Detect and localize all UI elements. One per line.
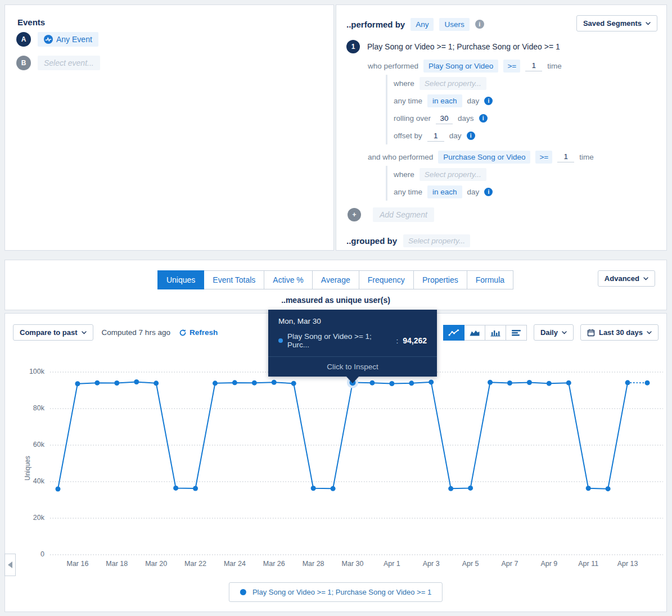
x-tick-label: Mar 20 bbox=[137, 560, 176, 568]
horizontal-bar-chart-button[interactable] bbox=[506, 325, 527, 341]
where-label-1: where bbox=[394, 79, 414, 88]
segments-panel: ..performed by Any Users i Saved Segment… bbox=[336, 4, 667, 251]
data-point[interactable] bbox=[429, 379, 434, 384]
tab-active[interactable]: Active % bbox=[264, 270, 312, 289]
x-tick-label: Mar 26 bbox=[254, 560, 294, 568]
who-performed-row: who performed Play Song or Video >= 1 ti… bbox=[368, 58, 656, 74]
panel-collapse-handle[interactable] bbox=[4, 554, 16, 576]
data-point[interactable] bbox=[134, 379, 139, 384]
chart-legend[interactable]: Play Song or Video >= 1; Purchase Song o… bbox=[229, 582, 443, 602]
data-point[interactable] bbox=[625, 380, 630, 385]
x-tick-label: Mar 28 bbox=[294, 560, 333, 568]
granularity-button[interactable]: Daily bbox=[534, 324, 574, 341]
any-time-info-icon-1[interactable]: i bbox=[484, 97, 493, 105]
data-point[interactable] bbox=[369, 381, 375, 386]
data-point[interactable] bbox=[566, 381, 571, 386]
refresh-button[interactable]: Refresh bbox=[179, 328, 218, 337]
area-chart-button[interactable] bbox=[464, 325, 485, 341]
data-point[interactable] bbox=[586, 486, 591, 491]
any-time-label-1: any time bbox=[394, 97, 422, 105]
who-performed-count-input[interactable]: 1 bbox=[525, 60, 542, 71]
event-selector-b[interactable]: Select event... bbox=[38, 56, 100, 70]
and-who-performed-count-input[interactable]: 1 bbox=[557, 151, 574, 162]
segment-users-selector[interactable]: Users bbox=[439, 18, 469, 31]
in-each-selector-1[interactable]: in each bbox=[427, 94, 462, 107]
line-chart-button[interactable] bbox=[443, 325, 464, 341]
data-point[interactable] bbox=[114, 381, 119, 386]
tab-uniques[interactable]: Uniques bbox=[157, 270, 204, 289]
bar-chart-button[interactable] bbox=[485, 325, 506, 341]
grouped-by-property-selector[interactable]: Select property... bbox=[403, 234, 470, 247]
tab-frequency[interactable]: Frequency bbox=[359, 270, 414, 289]
advanced-button[interactable]: Advanced bbox=[598, 270, 655, 287]
x-tick-label: Mar 30 bbox=[333, 560, 372, 568]
offset-by-input[interactable]: 1 bbox=[427, 130, 444, 142]
data-point[interactable] bbox=[311, 486, 316, 491]
granularity-label: Daily bbox=[540, 328, 558, 337]
chevron-down-icon bbox=[82, 331, 87, 334]
data-point[interactable] bbox=[547, 381, 552, 386]
chevron-left-icon bbox=[8, 561, 12, 568]
rolling-over-input[interactable]: 30 bbox=[436, 113, 453, 124]
where-property-selector-2[interactable]: Select property... bbox=[420, 168, 486, 181]
users-info-icon[interactable]: i bbox=[475, 20, 484, 29]
data-point[interactable] bbox=[409, 381, 414, 386]
data-point[interactable] bbox=[94, 381, 100, 386]
any-event-icon bbox=[44, 35, 53, 44]
offset-by-info-icon[interactable]: i bbox=[467, 132, 475, 140]
day-label-2: day bbox=[467, 188, 480, 196]
event-selector-a[interactable]: Any Event bbox=[38, 32, 98, 47]
data-point[interactable] bbox=[154, 381, 159, 386]
add-segment-plus-icon[interactable]: + bbox=[348, 208, 361, 221]
data-point[interactable] bbox=[75, 381, 80, 386]
data-point[interactable] bbox=[527, 380, 532, 385]
event-a-label: Any Event bbox=[56, 35, 92, 44]
offset-by-row: offset by 1 day i bbox=[394, 127, 656, 144]
add-segment-button[interactable]: Add Segment bbox=[373, 207, 434, 222]
any-time-info-icon-2[interactable]: i bbox=[484, 188, 493, 196]
segment-title-row: 1 Play Song or Video >= 1; Purchase Song… bbox=[346, 40, 656, 53]
and-who-performed-operator-chip[interactable]: >= bbox=[535, 151, 552, 164]
and-who-performed-suffix: time bbox=[579, 153, 594, 161]
data-point[interactable] bbox=[448, 486, 453, 491]
tab-properties[interactable]: Properties bbox=[413, 270, 467, 289]
chevron-down-icon bbox=[646, 22, 651, 25]
compare-to-past-button[interactable]: Compare to past bbox=[13, 324, 93, 341]
where-property-selector-1[interactable]: Select property... bbox=[420, 77, 486, 90]
data-point[interactable] bbox=[252, 381, 257, 386]
line-chart-icon bbox=[448, 329, 459, 337]
segment-title: Play Song or Video >= 1; Purchase Song o… bbox=[367, 42, 560, 51]
data-point[interactable] bbox=[606, 486, 611, 491]
data-point[interactable] bbox=[389, 381, 394, 386]
tab-event-totals[interactable]: Event Totals bbox=[204, 270, 264, 289]
data-point[interactable] bbox=[645, 381, 650, 386]
segment-any-selector[interactable]: Any bbox=[411, 18, 434, 31]
rolling-over-info-icon[interactable]: i bbox=[479, 114, 488, 123]
tab-formula[interactable]: Formula bbox=[467, 270, 513, 289]
who-performed-operator-chip[interactable]: >= bbox=[503, 60, 520, 73]
date-range-button[interactable]: Last 30 days bbox=[580, 324, 659, 341]
data-point[interactable] bbox=[213, 381, 218, 386]
tooltip-inspect-button[interactable]: Click to Inspect bbox=[268, 356, 437, 377]
data-point[interactable] bbox=[507, 381, 512, 386]
data-point[interactable] bbox=[232, 380, 237, 385]
who-performed-event-chip[interactable]: Play Song or Video bbox=[423, 60, 498, 73]
chart-tooltip: Mon, Mar 30 Play Song or Video >= 1; Pur… bbox=[268, 310, 437, 377]
events-panel: Events A Any Event B Select event... bbox=[4, 4, 334, 251]
saved-segments-button[interactable]: Saved Segments bbox=[576, 15, 657, 31]
event-badge-a: A bbox=[16, 32, 31, 47]
and-who-performed-event-chip[interactable]: Purchase Song or Video bbox=[438, 151, 530, 164]
data-point[interactable] bbox=[291, 381, 296, 386]
who-performed-label: who performed bbox=[368, 62, 418, 70]
computed-timestamp: Computed 7 hrs ago bbox=[102, 328, 170, 337]
data-point[interactable] bbox=[272, 380, 277, 385]
tab-average[interactable]: Average bbox=[312, 270, 359, 289]
data-point[interactable] bbox=[468, 486, 473, 491]
data-point[interactable] bbox=[56, 487, 61, 492]
x-tick-label: Apr 11 bbox=[569, 560, 608, 568]
data-point[interactable] bbox=[193, 486, 198, 491]
data-point[interactable] bbox=[173, 486, 178, 491]
in-each-selector-2[interactable]: in each bbox=[427, 185, 462, 198]
data-point[interactable] bbox=[331, 486, 336, 491]
data-point[interactable] bbox=[488, 380, 493, 385]
